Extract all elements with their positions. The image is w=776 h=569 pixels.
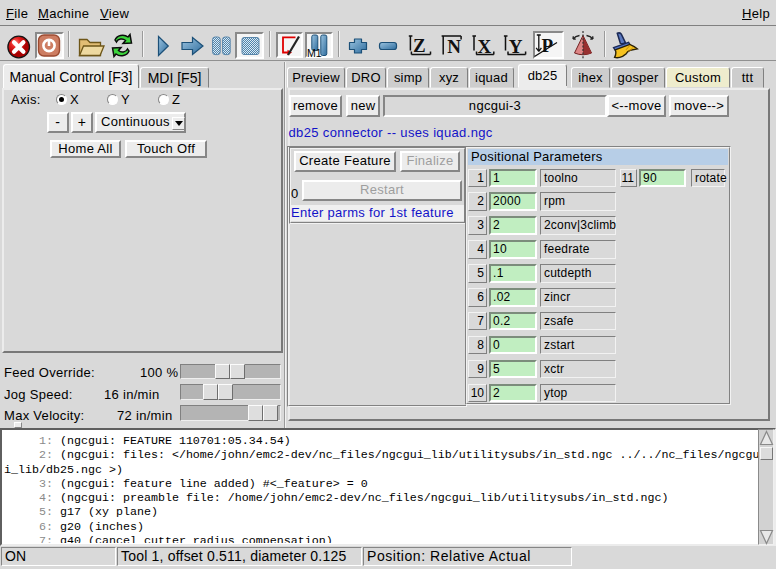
svg-text:Y: Y — [509, 36, 523, 57]
svg-text:N: N — [447, 36, 461, 57]
svg-text:M1: M1 — [307, 47, 322, 59]
svg-text:X: X — [478, 36, 492, 57]
svg-text:Z: Z — [413, 35, 426, 56]
